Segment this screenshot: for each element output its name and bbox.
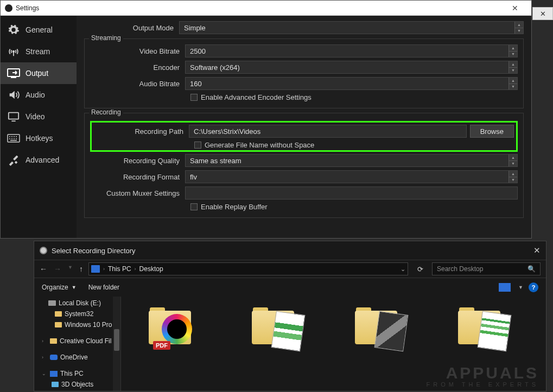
encoder-select[interactable]: Software (x264)▲▼	[185, 61, 518, 74]
recording-quality-label: Recording Quality	[90, 157, 185, 165]
antenna-icon	[7, 45, 20, 58]
sidebar-label: Hotkeys	[26, 134, 53, 143]
folder-item[interactable]	[240, 307, 311, 351]
nav-forward-button[interactable]: →	[54, 265, 61, 273]
replay-buffer-checkbox[interactable]	[190, 203, 198, 210]
disk-icon	[48, 300, 56, 306]
replay-buffer-label: Enable Replay Buffer	[201, 203, 268, 211]
muxer-label: Custom Muxer Settings	[90, 189, 185, 197]
search-input[interactable]: Search Desktop 🔍	[432, 262, 541, 275]
picker-title: Select Recording Directory	[52, 247, 529, 255]
sidebar-item-general[interactable]: General	[1, 19, 77, 41]
output-mode-select[interactable]: Simple▲▼	[179, 21, 524, 34]
view-options-button[interactable]	[499, 283, 511, 292]
sidebar-item-advanced[interactable]: Advanced	[1, 149, 77, 171]
scrollbar-thumb[interactable]	[114, 329, 119, 351]
recording-format-label: Recording Format	[90, 173, 185, 181]
browse-button[interactable]: Browse	[470, 125, 514, 138]
recording-path-highlight: Recording Path C:\Users\Strix\Videos Bro…	[90, 121, 518, 152]
sidebar-item-hotkeys[interactable]: Hotkeys	[1, 127, 77, 149]
sidebar-label: Stream	[26, 47, 50, 56]
cloud-icon	[50, 355, 58, 360]
breadcrumb-leaf[interactable]: Desktop	[139, 265, 163, 273]
advanced-encoder-label: Enable Advanced Encoder Settings	[201, 93, 312, 101]
tools-icon	[7, 153, 20, 166]
refresh-button[interactable]: ⟳	[414, 262, 427, 275]
keyboard-icon	[7, 132, 20, 145]
organize-button[interactable]: Organize ▼	[42, 284, 77, 291]
file-picker-dialog: Select Recording Directory ✕ ← → ▼ ↑ › T…	[34, 241, 546, 391]
nav-back-button[interactable]: ←	[40, 265, 47, 273]
monitor-icon	[7, 110, 20, 123]
recording-legend: Recording	[89, 108, 123, 116]
new-folder-button[interactable]: New folder	[88, 284, 119, 291]
picker-toolbar: Organize ▼ New folder ▼ ?	[34, 278, 546, 297]
folder-item[interactable]	[447, 307, 517, 351]
settings-window: Settings ✕ General Stream Output Audio	[0, 0, 532, 239]
output-icon	[7, 67, 20, 80]
tree-item-folder[interactable]: ›Creative Cloud Fil	[34, 336, 120, 346]
background-close-button[interactable]: ✕	[532, 7, 553, 20]
audio-bitrate-select[interactable]: 160▲▼	[185, 77, 518, 90]
chevron-down-icon[interactable]: ▼	[518, 285, 523, 290]
folder-icon	[55, 311, 62, 317]
tree-item-disk[interactable]: Local Disk (E:)	[34, 298, 120, 309]
breadcrumb-bar[interactable]: › This PC › Desktop ⌄	[88, 262, 408, 275]
picker-navbar: ← → ▼ ↑ › This PC › Desktop ⌄ ⟳ Search D…	[34, 260, 546, 278]
sidebar-item-video[interactable]: Video	[1, 106, 77, 127]
sidebar-item-output[interactable]: Output	[1, 62, 77, 84]
speaker-icon	[7, 88, 20, 101]
output-mode-label: Output Mode	[84, 24, 179, 32]
breadcrumb-root[interactable]: This PC	[108, 265, 131, 273]
folder-icon	[55, 322, 62, 327]
tree-item-folder[interactable]: System32	[34, 309, 120, 319]
chevron-right-icon[interactable]: ›	[42, 338, 47, 344]
recording-path-label: Recording Path	[94, 127, 189, 136]
recording-quality-select[interactable]: Same as stream▲▼	[185, 154, 518, 167]
obs-logo-icon	[40, 247, 47, 254]
help-icon[interactable]: ?	[529, 282, 538, 292]
recording-group: Recording Recording Path C:\Users\Strix\…	[84, 113, 524, 218]
tree-item-thispc[interactable]: ⌄This PC	[34, 368, 120, 379]
streaming-group: Streaming Video Bitrate 2500▲▼ Encoder S…	[84, 38, 524, 108]
gen-filename-label: Generate File Name without Space	[205, 141, 314, 149]
chevron-right-icon[interactable]: ›	[42, 355, 47, 360]
picker-titlebar: Select Recording Directory ✕	[34, 241, 546, 260]
obs-logo-icon	[5, 4, 12, 12]
sidebar-item-stream[interactable]: Stream	[1, 41, 77, 62]
settings-sidebar: General Stream Output Audio Video Hotkey…	[1, 16, 77, 238]
tree-item-folder[interactable]: 3D Objects	[34, 379, 120, 390]
gen-filename-checkbox[interactable]	[194, 142, 201, 149]
tree-item-onedrive[interactable]: ›OneDrive	[34, 352, 120, 363]
muxer-input[interactable]	[185, 187, 518, 200]
encoder-label: Encoder	[90, 63, 185, 72]
video-bitrate-input[interactable]: 2500▲▼	[185, 44, 518, 57]
svg-rect-3	[8, 134, 20, 142]
streaming-legend: Streaming	[89, 34, 123, 42]
settings-content: Output Mode Simple▲▼ Streaming Video Bit…	[77, 16, 531, 238]
window-close-button[interactable]: ✕	[503, 4, 527, 12]
folder-item[interactable]	[344, 307, 414, 351]
recording-format-select[interactable]: flv▲▼	[185, 170, 518, 183]
chevron-down-icon[interactable]: ⌄	[42, 371, 47, 376]
file-grid: PDF	[121, 297, 546, 391]
tree-scrollbar[interactable]	[113, 297, 120, 391]
audio-bitrate-label: Audio Bitrate	[90, 80, 185, 88]
pc-icon	[50, 371, 58, 377]
recording-path-input[interactable]: C:\Users\Strix\Videos	[189, 125, 467, 138]
chevron-down-icon: ▼	[72, 285, 77, 290]
window-title: Settings	[16, 4, 503, 12]
folder-tree: Local Disk (E:) System32 Windows 10 Pro …	[34, 297, 121, 391]
nav-up-button[interactable]: ↑	[79, 265, 83, 273]
sidebar-label: Video	[26, 112, 45, 121]
pc-icon	[91, 265, 100, 273]
breadcrumb-dropdown-icon[interactable]: ⌄	[401, 266, 405, 273]
picker-close-button[interactable]: ✕	[533, 246, 541, 255]
chevron-right-icon: ›	[135, 266, 136, 272]
advanced-encoder-checkbox[interactable]	[190, 94, 198, 101]
chevron-right-icon: ›	[103, 266, 105, 272]
folder-item[interactable]: PDF	[137, 307, 208, 351]
sidebar-item-audio[interactable]: Audio	[1, 84, 77, 106]
tree-item-folder[interactable]: Windows 10 Pro	[34, 319, 120, 330]
nav-recent-button[interactable]: ▼	[68, 265, 73, 273]
